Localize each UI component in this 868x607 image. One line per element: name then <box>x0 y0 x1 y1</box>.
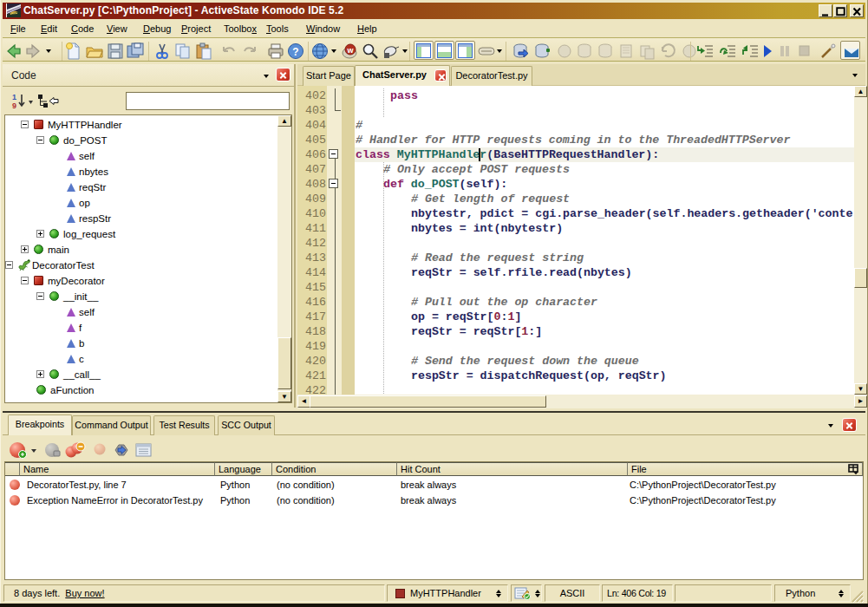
svg-text:1: 1 <box>12 93 16 101</box>
svg-text:w: w <box>346 46 354 55</box>
svg-text:?: ? <box>292 46 298 58</box>
svg-text:9: 9 <box>12 101 16 110</box>
